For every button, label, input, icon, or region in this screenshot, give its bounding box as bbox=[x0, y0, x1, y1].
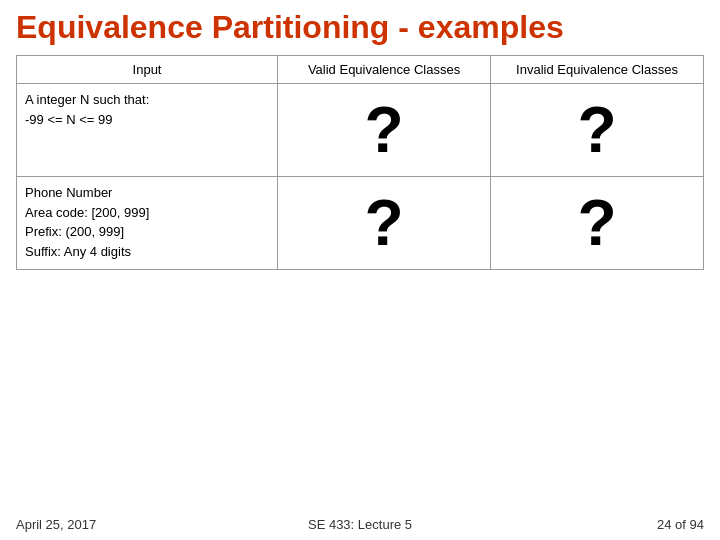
header-valid: Valid Equivalence Classes bbox=[278, 56, 491, 84]
header-input: Input bbox=[17, 56, 278, 84]
row2-input-line4: Suffix: Any 4 digits bbox=[25, 242, 269, 262]
row2-invalid: ? bbox=[491, 177, 704, 270]
row1-valid: ? bbox=[278, 84, 491, 177]
row1-input-line1: A integer N such that: bbox=[25, 90, 269, 110]
row1-invalid-symbol: ? bbox=[499, 90, 695, 170]
slide-footer: April 25, 2017 SE 433: Lecture 5 24 of 9… bbox=[16, 517, 704, 532]
row2-valid-symbol: ? bbox=[286, 183, 482, 263]
equivalence-table: Input Valid Equivalence Classes Invalid … bbox=[16, 55, 704, 270]
header-invalid: Invalid Equivalence Classes bbox=[491, 56, 704, 84]
row2-input-line2: Area code: [200, 999] bbox=[25, 203, 269, 223]
footer-page: 24 of 94 bbox=[657, 517, 704, 532]
row2-input: Phone Number Area code: [200, 999] Prefi… bbox=[17, 177, 278, 270]
slide-container: Equivalence Partitioning - examples Inpu… bbox=[0, 0, 720, 540]
row1-input: A integer N such that: -99 <= N <= 99 bbox=[17, 84, 278, 177]
slide-title: Equivalence Partitioning - examples bbox=[16, 10, 704, 45]
row1-input-line2: -99 <= N <= 99 bbox=[25, 110, 269, 130]
table-row: A integer N such that: -99 <= N <= 99 ? … bbox=[17, 84, 704, 177]
footer-course: SE 433: Lecture 5 bbox=[308, 517, 412, 532]
footer-date: April 25, 2017 bbox=[16, 517, 96, 532]
row2-input-line1: Phone Number bbox=[25, 183, 269, 203]
row2-valid: ? bbox=[278, 177, 491, 270]
row2-invalid-symbol: ? bbox=[499, 183, 695, 263]
row2-input-line3: Prefix: (200, 999] bbox=[25, 222, 269, 242]
row1-valid-symbol: ? bbox=[286, 90, 482, 170]
table-row: Phone Number Area code: [200, 999] Prefi… bbox=[17, 177, 704, 270]
row1-invalid: ? bbox=[491, 84, 704, 177]
